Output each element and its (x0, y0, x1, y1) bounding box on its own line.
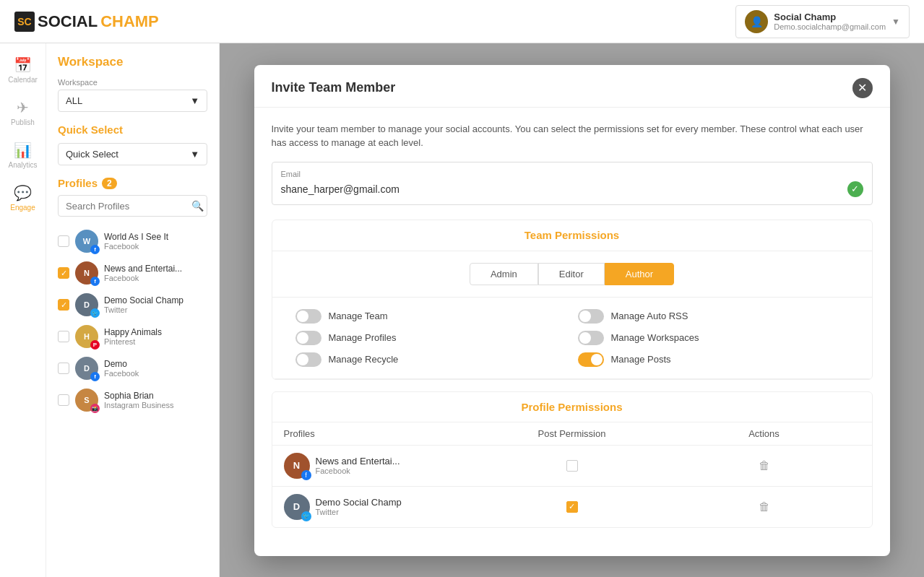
profiles-title: Profiles (58, 177, 98, 189)
pp-actions-cell: 🗑 (668, 459, 860, 472)
team-permissions-title: Team Permissions (524, 229, 619, 241)
toggle-manage_posts[interactable] (578, 352, 604, 367)
toggle-manage_recycle[interactable] (295, 352, 321, 367)
fb-badge-icon: f (301, 470, 311, 480)
toggle-manage_profiles[interactable] (295, 331, 321, 345)
toggle-manage_workspaces[interactable] (578, 331, 604, 345)
list-item[interactable]: D🐦Demo Social ChampTwitter (58, 289, 207, 321)
email-label: Email (281, 170, 863, 178)
avatar: D🐦 (284, 494, 310, 520)
email-input-row: shane_harper@gmail.com ✓ (281, 181, 863, 197)
quick-select-dropdown[interactable]: Quick Select ▼ (58, 143, 207, 165)
profile-name: Demo Social Champ (104, 295, 183, 305)
role-tab-admin[interactable]: Admin (470, 263, 538, 285)
profile-info: Happy AnimalsPinterest (104, 327, 162, 346)
profiles-badge: 2 (102, 178, 117, 189)
team-permissions-header: Team Permissions (272, 220, 872, 251)
list-item[interactable]: HPHappy AnimalsPinterest (58, 321, 207, 352)
chevron-down-icon: ▼ (891, 17, 900, 27)
sidebar-item-label: Calendar (8, 76, 38, 84)
perm-label: Manage Recycle (329, 354, 399, 365)
profile-info: Sophia BrianInstagram Business (104, 391, 174, 409)
profiles-list: WfWorld As I See ItFacebookNfNews and En… (58, 225, 207, 416)
list-item[interactable]: NfNews and Entertai...Facebook (58, 257, 207, 289)
list-item[interactable]: DfDemoFacebook (58, 352, 207, 384)
pp-profile-type: Twitter (316, 508, 402, 516)
list-item[interactable]: WfWorld As I See ItFacebook (58, 225, 207, 257)
modal-header: Invite Team Member ✕ (254, 65, 890, 108)
pp-profile-cell: NfNews and Entertai...Facebook (284, 453, 476, 479)
pp-profile-info: News and Entertai...Facebook (316, 456, 400, 475)
fb-badge-icon: f (90, 277, 100, 286)
profile-type: Instagram Business (104, 401, 174, 409)
panel: Workspace Workspace ALL ▼ Quick Select Q… (46, 43, 220, 577)
user-info: Social Champ Demo.socialchamp@gmail.com (774, 12, 886, 31)
sidebar-item-publish[interactable]: ✈ Publish (0, 93, 46, 132)
modal-body: Invite your team member to manage your s… (254, 108, 890, 556)
profile-type: Facebook (104, 274, 182, 282)
quick-select-value: Quick Select (66, 149, 118, 160)
content-area: Invite Team Member ✕ Invite your team me… (220, 43, 924, 577)
delete-icon[interactable]: 🗑 (759, 500, 770, 513)
pp-profile-name: Demo Social Champ (316, 497, 402, 508)
logo-text-champ: CHAMP (100, 12, 159, 31)
toggle-manage_auto_rss[interactable] (578, 309, 604, 324)
profile-checkbox[interactable] (58, 235, 69, 247)
post-permission-checkbox[interactable] (566, 460, 578, 472)
logo-icon: SC (14, 12, 35, 32)
perm-item-manage_profiles: Manage Profiles (295, 331, 566, 345)
search-bar: 🔍 (58, 195, 207, 217)
perm-label: Manage Auto RSS (611, 311, 688, 321)
list-item[interactable]: S📸Sophia BrianInstagram Business (58, 384, 207, 416)
profile-info: DemoFacebook (104, 359, 139, 378)
perm-label: Manage Profiles (329, 332, 397, 343)
sidebar-item-analytics[interactable]: 📊 Analytics (0, 136, 46, 175)
search-input[interactable] (66, 201, 187, 212)
ig-badge-icon: 📸 (90, 404, 100, 413)
table-row: NfNews and Entertai...Facebook🗑 (272, 446, 872, 487)
fb-badge-icon: f (90, 372, 100, 381)
close-button[interactable]: ✕ (852, 78, 873, 98)
pp-table-body: NfNews and Entertai...Facebook🗑D🐦Demo So… (272, 446, 872, 527)
profile-name: Sophia Brian (104, 391, 174, 401)
profile-checkbox[interactable] (58, 299, 69, 311)
profile-name: World As I See It (104, 232, 168, 242)
sidebar-item-label: Publish (11, 118, 35, 126)
profile-checkbox[interactable] (58, 394, 69, 406)
analytics-icon: 📊 (14, 142, 32, 159)
post-permission-checkbox[interactable]: ✓ (566, 501, 578, 513)
role-tab-author[interactable]: Author (605, 263, 674, 285)
avatar: S📸 (75, 389, 98, 412)
profile-checkbox[interactable] (58, 363, 69, 374)
toggle-manage_team[interactable] (295, 309, 321, 324)
pp-column-header: Actions (668, 428, 860, 439)
user-menu[interactable]: 👤 Social Champ Demo.socialchamp@gmail.co… (735, 5, 910, 38)
role-tab-editor[interactable]: Editor (538, 263, 605, 285)
perm-label: Manage Team (329, 311, 388, 321)
profile-name: Demo (104, 359, 139, 369)
pp-profile-type: Facebook (316, 467, 400, 475)
topbar: SC SOCIALCHAMP 👤 Social Champ Demo.socia… (0, 0, 924, 43)
pp-permission-cell: ✓ (476, 501, 668, 513)
profile-checkbox[interactable] (58, 331, 69, 342)
profile-info: Demo Social ChampTwitter (104, 295, 183, 314)
table-row: D🐦Demo Social ChampTwitter✓🗑 (272, 487, 872, 527)
verified-icon: ✓ (847, 181, 863, 197)
delete-icon[interactable]: 🗑 (759, 459, 770, 472)
user-email: Demo.socialchamp@gmail.com (774, 22, 886, 31)
pi-badge-icon: P (90, 340, 100, 350)
quick-select-title: Quick Select (58, 123, 207, 136)
profiles-header: Profiles 2 (58, 177, 207, 189)
profile-checkbox[interactable] (58, 267, 69, 279)
perm-label: Manage Posts (611, 354, 671, 365)
logo: SC SOCIALCHAMP (14, 12, 159, 32)
main-layout: 📅 Calendar ✈ Publish 📊 Analytics 💬 Engag… (0, 43, 924, 577)
profile-type: Pinterest (104, 337, 162, 346)
sidebar-item-calendar[interactable]: 📅 Calendar (0, 51, 46, 90)
sidebar-item-engage[interactable]: 💬 Engage (0, 178, 46, 217)
avatar: HP (75, 325, 98, 348)
workspace-select[interactable]: ALL ▼ (58, 90, 207, 112)
profile-name: Happy Animals (104, 327, 162, 337)
pp-profile-info: Demo Social ChampTwitter (316, 497, 402, 516)
modal-title: Invite Team Member (272, 80, 396, 95)
